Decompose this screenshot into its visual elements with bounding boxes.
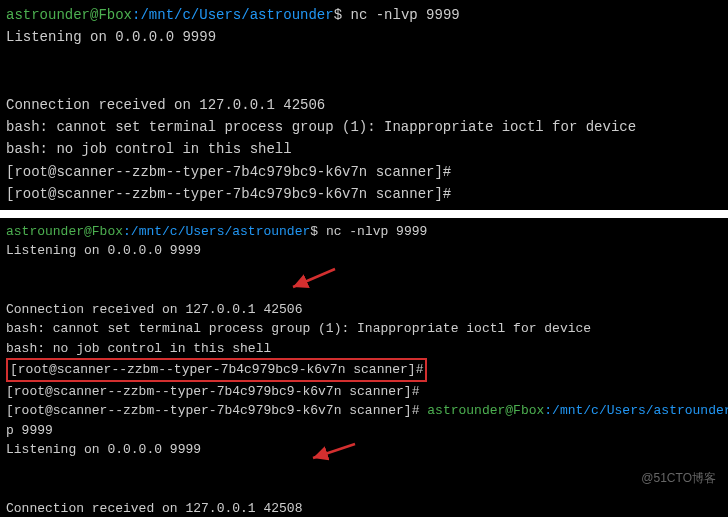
terminal-pane-top: astrounder@Fbox:/mnt/c/Users/astrounder$… [0, 0, 728, 210]
highlight-box: [root@scanner--zzbm--typer-7b4c979bc9-k6… [6, 358, 427, 382]
root-prompt: [root@scanner--zzbm--typer-7b4c979bc9-k6… [6, 183, 722, 205]
output-line: Listening on 0.0.0.0 9999 [6, 241, 722, 261]
watermark-text: @51CTO博客 [641, 470, 716, 487]
error-line: bash: cannot set terminal process group … [6, 116, 722, 138]
output-line: Connection received on 127.0.0.1 42508 [6, 499, 722, 517]
user-host: astrounder@Fbox [427, 403, 544, 418]
terminal-pane-bottom: astrounder@Fbox:/mnt/c/Users/astrounder$… [0, 218, 728, 517]
prompt-line: astrounder@Fbox:/mnt/c/Users/astrounder$… [6, 4, 722, 26]
prompt-line: astrounder@Fbox:/mnt/c/Users/astrounder$… [6, 222, 722, 242]
error-line: bash: cannot set terminal process group … [6, 319, 722, 339]
output-line: Listening on 0.0.0.0 9999 [6, 440, 722, 460]
output-line: Connection received on 127.0.0.1 42506 [6, 94, 722, 116]
cwd-path: :/mnt/c/Users/astrounder [132, 7, 334, 23]
user-host: astrounder@Fbox [6, 224, 123, 239]
prompt-line: [root@scanner--zzbm--typer-7b4c979bc9-k6… [6, 401, 722, 421]
root-prompt: [root@scanner--zzbm--typer-7b4c979bc9-k6… [6, 161, 722, 183]
output-line: Connection received on 127.0.0.1 42506 [6, 300, 722, 320]
root-prompt: [root@scanner--zzbm--typer-7b4c979bc9-k6… [6, 382, 722, 402]
cwd-path: :/mnt/c/Users/astrounder [544, 403, 728, 418]
command-continuation: p 9999 [6, 421, 722, 441]
cwd-path: :/mnt/c/Users/astrounder [123, 224, 310, 239]
error-line: bash: no job control in this shell [6, 339, 722, 359]
user-host: astrounder@Fbox [6, 7, 132, 23]
command-text: nc -nlvp 9999 [326, 224, 427, 239]
output-line: Listening on 0.0.0.0 9999 [6, 26, 722, 48]
error-line: bash: no job control in this shell [6, 138, 722, 160]
highlighted-root-prompt: [root@scanner--zzbm--typer-7b4c979bc9-k6… [6, 358, 722, 382]
section-divider [0, 210, 728, 218]
command-text: nc -nlvp 9999 [350, 7, 459, 23]
